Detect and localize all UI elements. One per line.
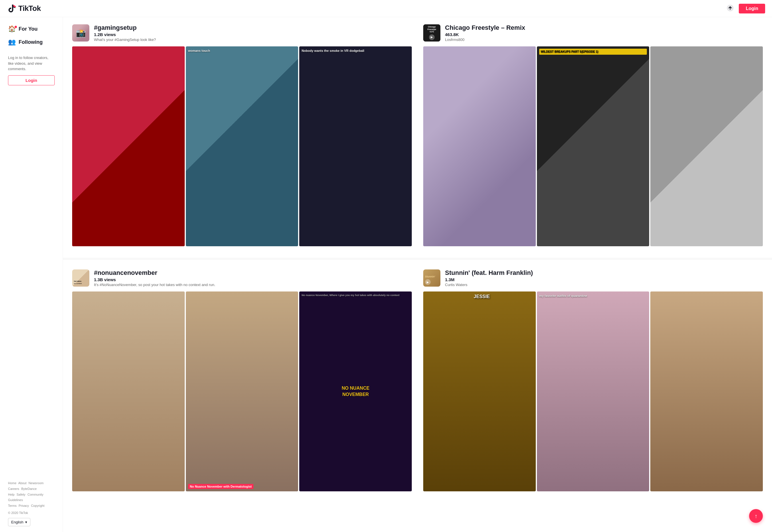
section-stunnin-desc: Curtis Waters: [445, 283, 763, 287]
footer-links: Home About Newsroom Careers ByteDance He…: [8, 480, 55, 509]
footer-link-home[interactable]: Home: [8, 481, 16, 485]
header-actions: Login: [726, 4, 765, 13]
video-card[interactable]: WILDEST BREAKUPS PART 5(EPISODE 1): [537, 46, 649, 246]
section-gamingsetup-thumb[interactable]: 📸: [72, 24, 89, 42]
copyright-text: © 2020 TikTok: [8, 511, 55, 515]
section-gamingsetup-title[interactable]: #gamingsetup: [94, 24, 412, 31]
sidebar: 🏠 For You 👥 Following Log in to follow c…: [0, 17, 63, 532]
footer-link-copyright[interactable]: Copyright: [31, 504, 44, 507]
sidebar-item-following[interactable]: 👥 Following: [5, 36, 58, 48]
tiktok-icon: [7, 4, 16, 13]
sections-row-2: hot takes no context #nonuancenovember 1…: [72, 269, 763, 503]
video-card[interactable]: [72, 46, 185, 246]
upload-button[interactable]: [726, 4, 734, 13]
section-nonuancenovember-info: #nonuancenovember 1.3B views It's #NoNua…: [94, 269, 412, 287]
sidebar-login-button[interactable]: Login: [8, 75, 55, 85]
section-stunnin-header: Stunnin' ▶ Stunnin' (feat. Harm Franklin…: [423, 269, 763, 287]
main-content: 📸 #gamingsetup 1.2B views What's your #G…: [63, 17, 772, 532]
section-nonuancenovember: hot takes no context #nonuancenovember 1…: [72, 269, 412, 491]
section-gamingsetup: 📸 #gamingsetup 1.2B views What's your #G…: [72, 24, 412, 246]
footer-link-safety[interactable]: Safety: [17, 493, 25, 496]
section-nonuancenovember-desc: It's #NoNuanceNovember, so post your hot…: [94, 283, 412, 287]
language-selector[interactable]: English ▾: [8, 518, 30, 526]
section-gamingsetup-header: 📸 #gamingsetup 1.2B views What's your #G…: [72, 24, 412, 42]
notification-dot: [15, 26, 17, 28]
video-card[interactable]: my favorite outfits of quarantine: [537, 291, 649, 491]
home-icon: 🏠: [8, 25, 16, 33]
language-label: English: [11, 520, 23, 524]
footer-link-careers[interactable]: Careers: [8, 487, 19, 490]
video-label: JESSIE: [426, 294, 536, 300]
section-chicago-desc: Losfrms800: [445, 38, 763, 42]
video-label: womans touch: [188, 49, 296, 53]
arrow-up-icon: ↑: [755, 513, 757, 519]
section-gamingsetup-desc: What's your #GamingSetup look like?: [94, 38, 412, 42]
logo-text: TikTok: [18, 4, 41, 13]
section-nonuancenovember-title[interactable]: #nonuancenovember: [94, 269, 412, 277]
footer-link-newsroom[interactable]: Newsroom: [29, 481, 44, 485]
section-nonuancenovember-thumb[interactable]: hot takes no context: [72, 269, 89, 287]
section-gamingsetup-views: 1.2B views: [94, 32, 412, 37]
sidebar-nav: 🏠 For You 👥 Following: [5, 23, 58, 49]
section-nonuancenovember-videos: No Nuance November with Dermatologist No…: [72, 291, 412, 491]
sidebar-login-section: Log in to follow creators, like videos, …: [5, 55, 58, 85]
video-card[interactable]: [423, 46, 536, 246]
sections-row-1: 📸 #gamingsetup 1.2B views What's your #G…: [72, 24, 763, 258]
video-card[interactable]: No Nuance November with Dermatologist: [186, 291, 298, 491]
sidebar-item-for-you[interactable]: 🏠 For You: [5, 23, 58, 35]
app-header: TikTok Login: [0, 0, 772, 17]
video-label: No Nuance November with Dermatologist: [188, 484, 253, 489]
video-center-label: NO NUANCENOVEMBER: [342, 385, 369, 398]
section-nonuancenovember-views: 1.3B views: [94, 277, 412, 282]
section-stunnin-title[interactable]: Stunnin' (feat. Harm Franklin): [445, 269, 763, 277]
section-stunnin-views: 1.3M: [445, 277, 763, 282]
footer-link-help[interactable]: Help: [8, 493, 15, 496]
video-label: WILDEST BREAKUPS PART 5(EPISODE 1): [539, 49, 647, 55]
section-chicago-title[interactable]: Chicago Freestyle – Remix: [445, 24, 763, 31]
section-chicago-videos: WILDEST BREAKUPS PART 5(EPISODE 1): [423, 46, 763, 246]
video-card[interactable]: [650, 46, 763, 246]
video-label: my favorite outfits of quarantine: [539, 294, 647, 298]
logo[interactable]: TikTok: [7, 4, 41, 13]
video-card[interactable]: Nobody wants the smoke in VR dodgeball: [299, 46, 412, 246]
chevron-down-icon: ▾: [25, 520, 27, 524]
section-chicago-header: ChicagoFreestyle4.0's ▶ Chicago Freestyl…: [423, 24, 763, 42]
people-icon: 👥: [8, 38, 16, 46]
section-chicago: ChicagoFreestyle4.0's ▶ Chicago Freestyl…: [423, 24, 763, 246]
scroll-to-top-button[interactable]: ↑: [749, 509, 763, 523]
sidebar-footer: Home About Newsroom Careers ByteDance He…: [5, 480, 58, 526]
sidebar-item-for-you-label: For You: [19, 26, 38, 32]
video-label: Nobody wants the smoke in VR dodgeball: [302, 49, 409, 53]
section-divider: [63, 258, 772, 260]
section-stunnin-thumb[interactable]: Stunnin' ▶: [423, 269, 440, 287]
section-gamingsetup-videos: womans touch Nobody wants the smoke in V…: [72, 46, 412, 246]
section-stunnin: Stunnin' ▶ Stunnin' (feat. Harm Franklin…: [423, 269, 763, 491]
video-card[interactable]: No nuance November, Where I give you my …: [299, 291, 412, 491]
video-card[interactable]: JESSIE: [423, 291, 536, 491]
footer-link-about[interactable]: About: [18, 481, 27, 485]
section-chicago-thumb[interactable]: ChicagoFreestyle4.0's ▶: [423, 24, 440, 42]
sidebar-login-prompt: Log in to follow creators, like videos, …: [8, 55, 55, 72]
sidebar-item-following-label: Following: [19, 39, 43, 45]
login-button[interactable]: Login: [739, 4, 765, 13]
video-card[interactable]: [72, 291, 185, 491]
footer-link-terms[interactable]: Terms: [8, 504, 17, 507]
section-gamingsetup-info: #gamingsetup 1.2B views What's your #Gam…: [94, 24, 412, 42]
footer-link-privacy[interactable]: Privacy: [19, 504, 29, 507]
footer-link-bytedance[interactable]: ByteDance: [21, 487, 37, 490]
video-label: No nuance November, Where I give you my …: [302, 294, 409, 297]
main-layout: 🏠 For You 👥 Following Log in to follow c…: [0, 17, 772, 532]
section-stunnin-videos: JESSIE my favorite outfits of quarantine: [423, 291, 763, 491]
section-stunnin-info: Stunnin' (feat. Harm Franklin) 1.3M Curt…: [445, 269, 763, 287]
video-card[interactable]: [650, 291, 763, 491]
section-nonuancenovember-header: hot takes no context #nonuancenovember 1…: [72, 269, 412, 287]
section-chicago-info: Chicago Freestyle – Remix 463.8K Losfrms…: [445, 24, 763, 42]
video-card[interactable]: womans touch: [186, 46, 298, 246]
section-chicago-views: 463.8K: [445, 32, 763, 37]
